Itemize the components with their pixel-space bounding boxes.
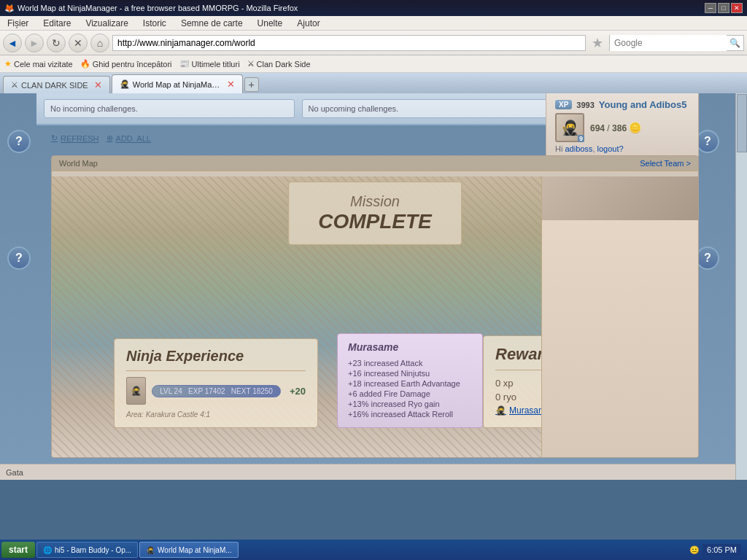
world-map-header: World Map Select Team > <box>52 156 698 171</box>
xp-numbers: 694 / 386 🪙 <box>590 122 641 133</box>
bookmark-star[interactable]: ★ <box>589 35 606 51</box>
ninja-avatar: 🥷 9 <box>555 113 584 142</box>
rss-icon: 📰 <box>179 59 190 69</box>
game-page: ? ? ? ? No incoming challenges. No upcom… <box>0 93 735 480</box>
scrollbar-thumb[interactable] <box>737 94 747 152</box>
team-preview <box>542 176 698 220</box>
bookmarks-bar: ★ Cele mai vizitate 🔥 Ghid pentru începă… <box>0 55 747 73</box>
close-button[interactable]: ✕ <box>731 3 743 13</box>
bookmark-visited[interactable]: ★ Cele mai vizitate <box>4 59 73 69</box>
menu-edit[interactable]: Editare <box>39 17 75 30</box>
taskbar-ninja-icon: 🥷 <box>146 546 155 554</box>
stop-button[interactable]: ✕ <box>69 34 88 52</box>
help-button-right-top[interactable]: ? <box>696 130 719 153</box>
fire-icon: 🔥 <box>80 59 90 69</box>
menu-bar: Fișier Editare Vizualizare Istoric Semne… <box>0 16 747 31</box>
clan-icon: ⚔ <box>247 59 255 69</box>
side-team-panel <box>541 176 698 457</box>
tab-ninja-close[interactable]: ✕ <box>227 79 235 90</box>
menu-bookmarks[interactable]: Semne de carte <box>177 17 247 30</box>
help-button-left-mid[interactable]: ? <box>7 246 31 270</box>
tab-clan-favicon: ⚔ <box>11 80 18 90</box>
maximize-button[interactable]: □ <box>718 3 729 13</box>
mission-complete-overlay: Mission COMPLETE <box>288 182 462 245</box>
scrollbar[interactable] <box>735 93 747 480</box>
bookmark-titles[interactable]: 📰 Ultimele titluri <box>179 59 240 69</box>
tab-bar: ⚔ CLAN DARK SIDE ✕ 🥷 World Map at NinjaM… <box>0 73 747 93</box>
new-tab-button[interactable]: + <box>244 77 259 92</box>
xp-panel: XP 3993 Young and Adibos5 🥷 9 694 / 386 … <box>546 93 699 160</box>
browser-icon: 🦊 <box>4 4 15 13</box>
menu-view[interactable]: Vizualizare <box>81 17 132 30</box>
taskbar-item-ninja[interactable]: 🥷 World Map at NinjaM... <box>139 542 239 558</box>
help-button-right-mid[interactable]: ? <box>696 246 719 270</box>
start-button[interactable]: start <box>1 542 35 558</box>
bookmark-clan[interactable]: ⚔ Clan Dark Side <box>247 59 311 69</box>
menu-history[interactable]: Istoric <box>139 17 171 30</box>
help-button-left-top[interactable]: ? <box>7 130 31 153</box>
world-map-section: World Map Select Team > Mission COMPLETE… <box>51 155 699 458</box>
add-all-button[interactable]: ⊕ ADD. ALL <box>107 133 151 143</box>
titlebar-controls: ─ □ ✕ <box>705 3 743 13</box>
ninja-experience-section: Ninja Experience 🥷 LVL 24 EXP 17402 NEXT… <box>114 338 318 428</box>
taskbar-right: 😐 6:05 PM <box>689 544 746 556</box>
taskbar: start 🌐 hi5 - Barn Buddy - Op... 🥷 World… <box>0 540 747 560</box>
star-icon: ★ <box>4 59 12 69</box>
search-input[interactable] <box>610 35 727 51</box>
address-bar[interactable] <box>112 35 586 51</box>
status-bar: Gata <box>0 464 735 480</box>
murasame-tooltip: Murasame +23 increased Attack +16 increa… <box>337 333 483 428</box>
exp-avatar: 🥷 <box>126 377 146 405</box>
exp-bar: LVL 24 EXP 17402 NEXT 18250 <box>152 385 281 397</box>
avatar-ninja-icon: 🥷 <box>561 119 579 136</box>
taskbar-emoji: 😐 <box>689 545 700 555</box>
incoming-challenges-box: No incoming challenges. <box>44 99 295 118</box>
taskbar-item-hi5[interactable]: 🌐 hi5 - Barn Buddy - Op... <box>36 542 138 558</box>
browser-content: ? ? ? ? No incoming challenges. No upcom… <box>0 93 747 480</box>
xp-bar-row: 🥷 9 694 / 386 🪙 <box>555 113 689 142</box>
search-button[interactable]: 🔍 <box>727 38 743 48</box>
tab-ninja-favicon: 🥷 <box>120 79 130 89</box>
select-team-link[interactable]: Select Team > <box>640 159 691 168</box>
nav-bar: ◄ ► ↻ ✕ ⌂ ★ 🔍 <box>0 31 747 55</box>
window-title: World Map at NinjaManager - a free brows… <box>18 4 298 12</box>
bookmark-guide[interactable]: 🔥 Ghid pentru începători <box>80 59 172 69</box>
back-button[interactable]: ◄ <box>3 34 22 52</box>
username-link[interactable]: adiboss <box>565 144 592 153</box>
menu-file[interactable]: Fișier <box>3 17 33 30</box>
exp-row: 🥷 LVL 24 EXP 17402 NEXT 18250 +20 <box>126 377 306 405</box>
forward-button[interactable]: ► <box>25 34 44 52</box>
add-icon: ⊕ <box>107 133 113 143</box>
action-bar: ↻ REFRESH ⊕ ADD. ALL <box>51 133 151 143</box>
refresh-button[interactable]: ↻ REFRESH <box>51 133 99 143</box>
tab-clan[interactable]: ⚔ CLAN DARK SIDE ✕ <box>3 76 110 93</box>
upcoming-challenges-box: No upcoming challenges. <box>302 99 553 118</box>
reload-button[interactable]: ↻ <box>47 34 66 52</box>
minimize-button[interactable]: ─ <box>705 3 716 13</box>
home-button[interactable]: ⌂ <box>90 34 109 52</box>
logout-link[interactable]: logout? <box>597 144 624 153</box>
ninja-reward-icon: 🥷 <box>495 405 506 416</box>
refresh-icon: ↻ <box>51 133 58 143</box>
exp-avatar-icon: 🥷 <box>131 386 142 396</box>
window-titlebar: 🦊 World Map at NinjaManager - a free bro… <box>0 0 747 16</box>
taskbar-clock: 6:05 PM <box>703 544 741 556</box>
menu-tools[interactable]: Unelte <box>253 17 287 30</box>
menu-help[interactable]: Ajutor <box>293 17 324 30</box>
titlebar-left: 🦊 World Map at NinjaManager - a free bro… <box>4 4 298 13</box>
xp-panel-header: XP 3993 Young and Adibos5 <box>555 99 689 110</box>
taskbar-hi5-icon: 🌐 <box>43 546 52 554</box>
login-info: Hi adiboss, logout? <box>555 144 689 153</box>
tab-clan-close[interactable]: ✕ <box>94 79 102 90</box>
tab-ninja[interactable]: 🥷 World Map at NinjaManager - a fr... ✕ <box>112 74 243 93</box>
